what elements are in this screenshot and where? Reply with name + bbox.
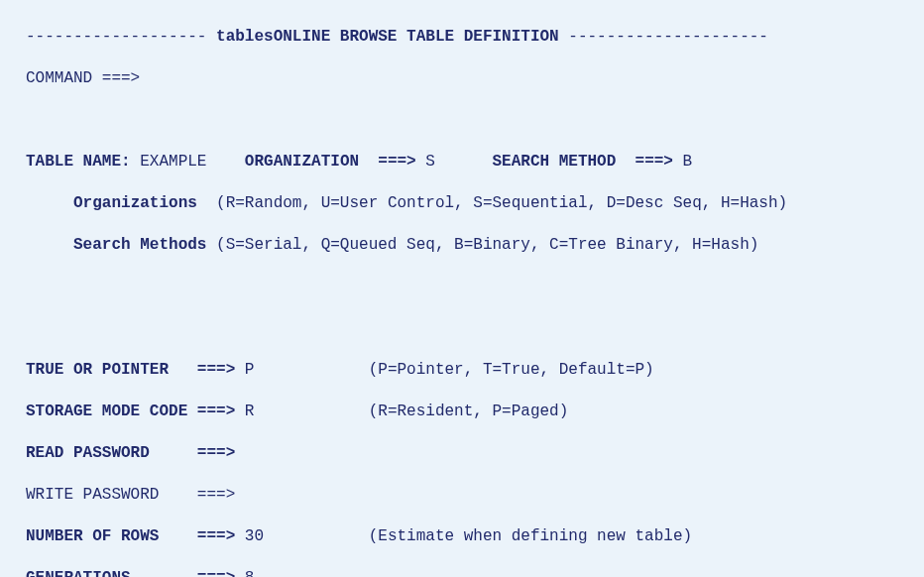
command-input[interactable] xyxy=(150,68,721,89)
header-dash-left: ------------------- xyxy=(26,28,206,46)
organizations-legend-label: Organizations xyxy=(73,194,197,212)
table-name-label: TABLE NAME: xyxy=(26,153,131,171)
search-methods-legend-hint: (S=Serial, Q=Queued Seq, B=Binary, C=Tre… xyxy=(206,236,758,254)
number-of-rows-input[interactable] xyxy=(245,526,302,547)
search-method-input[interactable] xyxy=(683,152,712,173)
generations-input[interactable] xyxy=(245,568,302,577)
true-or-pointer-hint: (P=Pointer, T=True, Default=P) xyxy=(369,361,654,379)
search-methods-legend-label: Search Methods xyxy=(73,236,206,254)
table-name-value: EXAMPLE xyxy=(140,153,206,171)
page-title: tablesONLINE BROWSE TABLE DEFINITION xyxy=(206,28,568,46)
storage-mode-label: STORAGE MODE CODE ===> xyxy=(26,403,235,420)
organization-input[interactable] xyxy=(425,152,454,173)
search-method-label: SEARCH METHOD ===> xyxy=(493,153,673,171)
organizations-legend-hint: (R=Random, U=User Control, S=Sequential,… xyxy=(197,194,787,212)
command-label: COMMAND ===> xyxy=(26,69,140,87)
number-of-rows-label: NUMBER OF ROWS ===> xyxy=(26,527,235,545)
storage-mode-hint: (R=Resident, P=Paged) xyxy=(369,403,569,420)
write-password-label: WRITE PASSWORD ===> xyxy=(26,486,235,504)
number-of-rows-hint: (Estimate when defining new table) xyxy=(369,527,692,545)
true-or-pointer-input[interactable] xyxy=(245,360,302,381)
read-password-label: READ PASSWORD ===> xyxy=(26,444,235,462)
read-password-input[interactable] xyxy=(245,443,302,464)
generations-label: GENERATIONS ===> xyxy=(26,569,235,577)
organization-label: ORGANIZATION ===> xyxy=(245,153,416,171)
write-password-input[interactable] xyxy=(245,485,302,506)
storage-mode-input[interactable] xyxy=(245,402,302,422)
header-dash-right: --------------------- xyxy=(568,28,768,46)
true-or-pointer-label: TRUE OR POINTER ===> xyxy=(26,361,235,379)
